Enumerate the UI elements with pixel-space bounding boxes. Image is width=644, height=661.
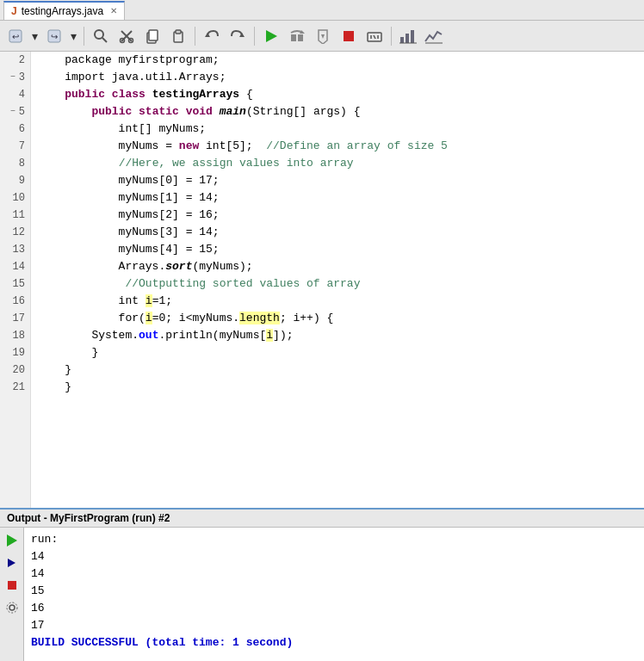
paste-button[interactable] [166, 24, 190, 48]
line-number: 18 [0, 327, 30, 344]
output-sidebar [0, 528, 24, 661]
svg-marker-14 [205, 33, 210, 37]
build-button[interactable] [362, 24, 387, 48]
output-line: 15 [31, 583, 637, 600]
sep4 [391, 27, 392, 46]
svg-line-24 [374, 35, 375, 39]
svg-marker-21 [321, 34, 325, 39]
fwd-dropdown[interactable]: ▾ [67, 24, 79, 48]
file-tab[interactable]: J testingArrays.java ✕ [3, 1, 125, 20]
run-output-button[interactable] [3, 531, 22, 550]
svg-text:↪: ↪ [51, 32, 58, 41]
settings-output-button[interactable] [3, 598, 22, 617]
svg-rect-27 [406, 34, 409, 43]
step-over-button[interactable] [285, 24, 309, 48]
code-line: myNums[4] = 15; [31, 241, 644, 258]
editor: 2−34−56789101112131415161718192021 packa… [0, 52, 644, 508]
copy-button[interactable] [140, 24, 164, 48]
svg-rect-28 [411, 30, 414, 43]
redo-button[interactable] [226, 24, 250, 48]
find-button[interactable] [89, 24, 113, 48]
sep3 [254, 27, 255, 46]
line-number: 11 [0, 207, 30, 224]
output-line: 14 [31, 548, 637, 565]
output-header: Output - MyFirstProgram (run) #2 [0, 510, 644, 528]
svg-line-5 [102, 38, 107, 42]
sep2 [195, 27, 195, 46]
code-content[interactable]: package myfirstprogram; import java.util… [31, 52, 644, 508]
stop-button[interactable] [337, 24, 361, 48]
svg-rect-13 [176, 30, 181, 34]
output-line: 16 [31, 600, 637, 617]
line-number: 9 [0, 172, 30, 189]
line-number: 17 [0, 310, 30, 327]
code-line: //Here, we assign values into array [31, 155, 644, 172]
line-number: 14 [0, 258, 30, 275]
line-number: 12 [0, 224, 30, 241]
debug-output-button[interactable] [3, 553, 22, 572]
svg-marker-15 [239, 33, 245, 37]
profile-button[interactable] [396, 24, 420, 48]
line-number: 19 [0, 344, 30, 361]
svg-point-31 [9, 605, 15, 610]
line-numbers: 2−34−56789101112131415161718192021 [0, 52, 31, 508]
line-number: 7 [0, 138, 30, 155]
code-line: import java.util.Arrays; [31, 69, 644, 86]
code-line: myNums[0] = 17; [31, 172, 644, 189]
output-line: BUILD SUCCESSFUL (total time: 1 second) [31, 634, 637, 652]
line-number: −5 [0, 103, 30, 120]
fwd-group: ↪ ▾ [42, 24, 79, 48]
svg-point-32 [7, 602, 17, 613]
output-line: 17 [31, 617, 637, 634]
code-line: for(i=0; i<myNums.length; i++) { [31, 310, 644, 327]
line-number: 6 [0, 120, 30, 138]
undo-button[interactable] [200, 24, 224, 48]
tab-bar: J testingArrays.java ✕ [0, 0, 644, 21]
output-line: run: [31, 531, 637, 548]
svg-rect-11 [149, 30, 158, 40]
code-line: myNums = new int[5]; //Define an array o… [31, 138, 644, 155]
back-button[interactable]: ↩ [3, 24, 28, 48]
metrics-button[interactable] [422, 24, 446, 48]
tab-close-icon[interactable]: ✕ [110, 6, 117, 15]
line-number: 2 [0, 52, 30, 69]
line-number: 20 [0, 361, 30, 379]
svg-rect-17 [291, 34, 296, 41]
run-button[interactable] [259, 24, 283, 48]
svg-marker-16 [266, 30, 277, 42]
cut-button[interactable] [115, 24, 139, 48]
tab-filename: testingArrays.java [22, 5, 103, 17]
output-content: run:1414151617BUILD SUCCESSFUL (total ti… [0, 528, 644, 661]
step-into-button[interactable] [311, 24, 335, 48]
code-line: //Outputting sorted values of array [31, 275, 644, 293]
line-number: 10 [0, 189, 30, 207]
output-panel: Output - MyFirstProgram (run) #2 run:141… [0, 508, 644, 661]
stop-output-button[interactable] [3, 576, 22, 595]
code-line: myNums[1] = 14; [31, 189, 644, 207]
line-number: −3 [0, 69, 30, 86]
nav-group: ↩ ▾ [3, 24, 40, 48]
line-number: 16 [0, 293, 30, 310]
code-line: } [31, 361, 644, 379]
back-dropdown[interactable]: ▾ [28, 24, 40, 48]
line-number: 13 [0, 241, 30, 258]
code-line: public static void main(String[] args) { [31, 103, 644, 120]
code-line: } [31, 379, 644, 396]
line-number: 4 [0, 86, 30, 103]
code-line: int[] myNums; [31, 120, 644, 138]
svg-point-4 [95, 30, 103, 39]
code-line: myNums[2] = 16; [31, 207, 644, 224]
code-line: public class testingArrays { [31, 86, 644, 103]
line-number: 8 [0, 155, 30, 172]
svg-rect-26 [400, 37, 404, 43]
output-text: run:1414151617BUILD SUCCESSFUL (total ti… [24, 528, 644, 661]
fold-icon[interactable]: − [9, 73, 17, 82]
line-number: 21 [0, 379, 30, 396]
svg-rect-18 [298, 34, 303, 41]
line-number: 15 [0, 275, 30, 293]
java-file-icon: J [11, 5, 17, 17]
output-title: Output - MyFirstProgram (run) #2 [7, 512, 170, 524]
forward-button[interactable]: ↪ [42, 24, 66, 48]
code-line: myNums[3] = 14; [31, 224, 644, 241]
fold-icon[interactable]: − [9, 108, 17, 116]
